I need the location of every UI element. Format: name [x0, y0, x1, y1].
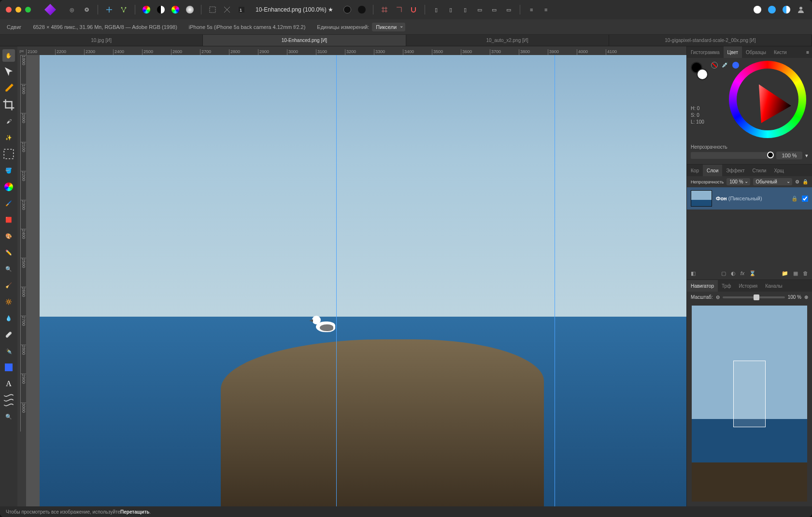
toolbar-align-top-icon[interactable]: ▭ — [474, 4, 485, 15]
zoom-tool-icon[interactable]: 🔍 — [2, 410, 15, 423]
background-swatch[interactable] — [697, 69, 708, 80]
toolbar-distribute-v-icon[interactable]: ≡ — [541, 4, 551, 15]
tab-swatches[interactable]: Образцы — [742, 46, 770, 58]
healing-tool-icon[interactable]: 🩹 — [2, 328, 15, 341]
tab-text-short[interactable]: Хрщ — [770, 165, 787, 176]
ruler-vertical[interactable]: 1800190020002100220023002400250026002700… — [17, 55, 26, 506]
toolbar-align-left-icon[interactable]: ▯ — [431, 4, 442, 15]
dodge-tool-icon[interactable]: 🔆 — [2, 295, 15, 308]
opacity-menu-icon[interactable]: ▾ — [805, 153, 808, 159]
flood-select-tool-icon[interactable]: ✨ — [2, 131, 15, 144]
layer-settings-icon[interactable]: ⚙ — [795, 179, 799, 184]
layer-visibility-checkbox[interactable] — [802, 196, 808, 202]
add-pixel-layer-icon[interactable]: ▦ — [793, 270, 798, 277]
toolbar-grid-icon[interactable] — [379, 4, 390, 15]
toolbar-node-icon[interactable] — [104, 4, 114, 15]
live-filter-icon[interactable]: ⌛ — [749, 270, 756, 277]
marquee-tool-icon[interactable] — [2, 148, 15, 160]
toolbar-guides-icon[interactable] — [222, 4, 232, 15]
tab-effects[interactable]: Эффект — [722, 165, 748, 176]
tab-styles[interactable]: Стили — [749, 165, 770, 176]
guide-vertical[interactable] — [336, 55, 337, 506]
toolbar-softproof-icon[interactable] — [185, 4, 195, 15]
zoom-window-button[interactable] — [25, 7, 31, 13]
mask-layer-icon[interactable]: ▢ — [721, 270, 726, 277]
fx-layer-icon[interactable]: fx — [741, 270, 745, 277]
none-swatch-icon[interactable] — [711, 62, 718, 69]
clone-tool-icon[interactable]: 🔍 — [2, 263, 15, 275]
selection-brush-tool-icon[interactable]: 🖌 — [2, 115, 15, 127]
blend-mode-select[interactable]: Обычный — [753, 178, 792, 185]
blur-tool-icon[interactable]: 💧 — [2, 312, 15, 324]
tab-navigator[interactable]: Навигатор — [687, 280, 718, 292]
tab-brushes[interactable]: Кисти — [770, 46, 791, 58]
tab-channels-short[interactable]: Кор — [687, 165, 703, 176]
text-tool-icon[interactable]: A — [2, 377, 15, 390]
zoom-slider[interactable] — [723, 296, 785, 298]
mesh-warp-tool-icon[interactable] — [2, 394, 15, 406]
delete-layer-icon[interactable]: 🗑 — [803, 270, 808, 277]
opacity-slider[interactable] — [691, 152, 773, 159]
flood-fill-tool-icon[interactable]: 🪣 — [2, 164, 15, 177]
toolbar-colorwheel-icon[interactable] — [141, 4, 152, 15]
toolbar-align-hcenter-icon[interactable]: ▯ — [445, 4, 456, 15]
guide-vertical[interactable] — [555, 55, 555, 506]
close-window-button[interactable] — [6, 7, 12, 13]
navigator-viewport[interactable] — [733, 361, 766, 427]
tab-histogram[interactable]: Гистограмма — [687, 46, 724, 58]
toolbar-contrast-icon[interactable] — [156, 4, 166, 15]
layer-row[interactable]: Фон (Пиксельный) 🔒 — [687, 187, 812, 210]
document-tab[interactable]: 10-gigapixel-standard-scale-2_00x.png [И… — [609, 35, 812, 46]
document-tab[interactable]: 10-Enhanced.png [И] — [203, 35, 406, 46]
units-select[interactable]: Пиксели — [372, 23, 405, 31]
erase-tool-icon[interactable]: ✏️ — [2, 246, 15, 259]
persona-liquify-icon[interactable]: ❂ — [81, 4, 92, 15]
ruler-horizontal[interactable]: 2100220023002400250026002700280029003000… — [17, 46, 686, 55]
panel-menu-icon[interactable]: ≡ — [803, 50, 812, 55]
colour-wheel[interactable] — [729, 61, 806, 138]
document-tab[interactable]: 10.jpg [И] — [0, 35, 203, 46]
layer-blend-ranges-icon[interactable]: ◧ — [691, 270, 696, 277]
adjustment-layer-icon[interactable]: ◐ — [731, 270, 736, 277]
toolbar-align-right-icon[interactable]: ▯ — [460, 4, 470, 15]
zoom-value[interactable]: 100 % — [788, 294, 801, 300]
layer-lock-indicator-icon[interactable]: 🔒 — [791, 196, 798, 202]
toolbar-magnet-icon[interactable] — [408, 4, 419, 15]
toolbar-align-bottom-icon[interactable]: ▭ — [503, 4, 514, 15]
toolbar-align-vcenter-icon[interactable]: ▭ — [489, 4, 499, 15]
toolbar-assets-icon[interactable]: 1 — [236, 4, 247, 15]
zoom-in-icon[interactable]: ⊕ — [804, 294, 808, 300]
toolbar-share-icon[interactable] — [118, 4, 129, 15]
toolbar-snap-axis-icon[interactable] — [394, 4, 404, 15]
tab-layers[interactable]: Слои — [703, 165, 722, 176]
layer-lock-icon[interactable]: 🔒 — [802, 179, 808, 184]
toolbar-halftone-icon[interactable] — [781, 4, 792, 15]
pen-tool-icon[interactable]: ✒️ — [2, 345, 15, 357]
toolbar-mask-icon[interactable] — [342, 4, 353, 15]
toolbar-marquee-icon[interactable] — [207, 4, 218, 15]
opacity-value[interactable]: 100 % — [776, 152, 802, 159]
gradient-tool-icon[interactable] — [2, 181, 15, 193]
navigator-preview[interactable] — [692, 306, 807, 502]
layer-opacity-value[interactable]: 100 % — [727, 178, 750, 185]
tab-colour[interactable]: Цвет — [724, 46, 742, 58]
document-tab[interactable]: 10_auto_x2.png [И] — [406, 35, 609, 46]
crop-tool-icon[interactable] — [2, 98, 15, 111]
inpainting-tool-icon[interactable]: 🧹 — [2, 279, 15, 292]
zoom-out-icon[interactable]: ⊖ — [716, 294, 720, 300]
toolbar-distribute-h-icon[interactable]: ≡ — [526, 4, 537, 15]
eyedropper-icon[interactable]: 💉 — [722, 62, 728, 69]
persona-photo-icon[interactable]: ◎ — [67, 4, 77, 15]
tab-channels[interactable]: Каналы — [761, 280, 786, 292]
tab-transform[interactable]: Трф — [718, 280, 735, 292]
colour-chip-icon[interactable] — [732, 62, 739, 69]
group-layers-icon[interactable]: 📁 — [782, 270, 788, 277]
toolbar-fill-white-icon[interactable] — [752, 4, 763, 15]
toolbar-gradient-icon[interactable] — [170, 4, 181, 15]
move-tool-icon[interactable] — [2, 66, 15, 78]
hand-tool-icon[interactable]: ✋ — [2, 49, 15, 62]
paint-brush-tool-icon[interactable]: 🖌️ — [2, 197, 15, 210]
canvas[interactable] — [26, 55, 686, 506]
pixel-tool-icon[interactable]: 🟥 — [2, 213, 15, 226]
paint-mixer-tool-icon[interactable]: 🎨 — [2, 230, 15, 242]
